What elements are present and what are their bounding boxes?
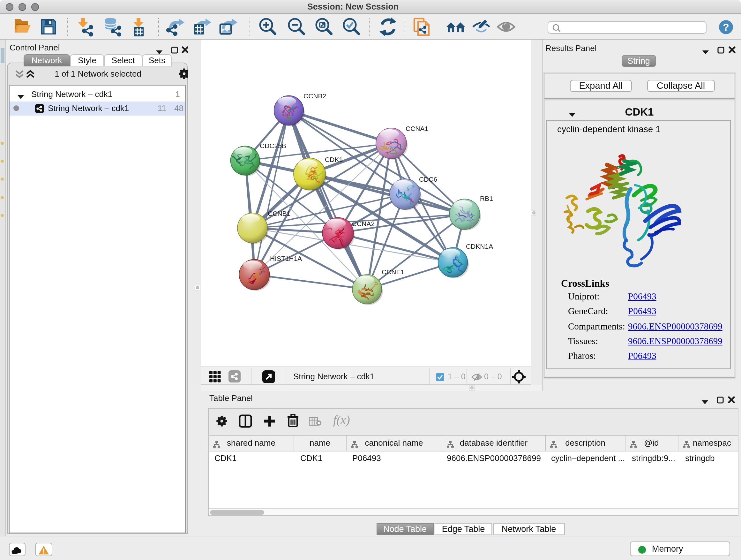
svg-text:CDC25B: CDC25B (259, 142, 286, 149)
svg-text:f(x): f(x) (333, 413, 350, 427)
svg-text:CDKN1A: CDKN1A (466, 243, 493, 250)
svg-text:?: ? (723, 21, 729, 33)
svg-text:CCNB2: CCNB2 (303, 92, 326, 100)
svg-text:CDC6: CDC6 (419, 176, 437, 183)
svg-text:CDK1: CDK1 (325, 156, 342, 163)
svg-text:HIST1H1A: HIST1H1A (270, 255, 301, 262)
svg-text:CCNB1: CCNB1 (267, 210, 290, 217)
svg-text:RB1: RB1 (480, 195, 493, 202)
svg-text:CCNA1: CCNA1 (405, 125, 428, 132)
svg-text:CCNE1: CCNE1 (381, 268, 404, 275)
svg-text:CCNA2: CCNA2 (352, 220, 374, 227)
